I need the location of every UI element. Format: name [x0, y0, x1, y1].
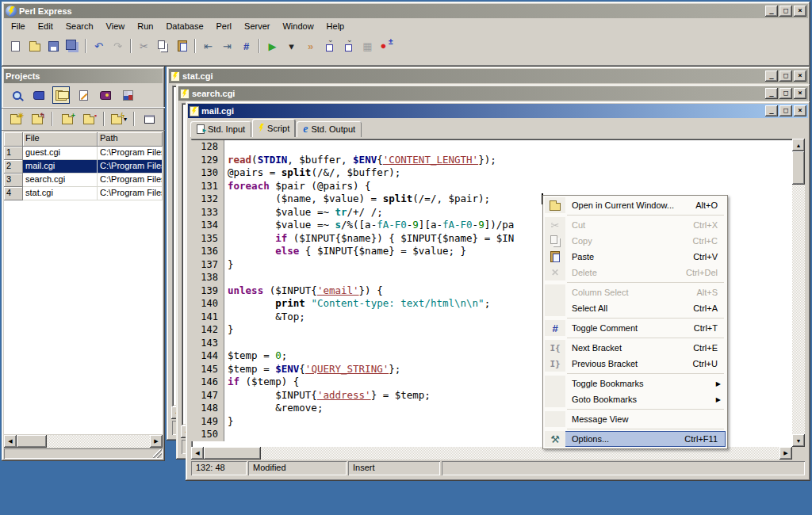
code-line[interactable]: 131foreach $pair (@pairs) {	[191, 180, 792, 193]
search-files-button[interactable]	[8, 86, 25, 104]
project-file-row[interactable]: 3search.cgiC:\Program Files	[4, 174, 163, 187]
row-number[interactable]: 4	[4, 187, 23, 200]
redo-button[interactable]: ↷	[109, 37, 127, 55]
menu-search[interactable]: Search	[59, 20, 100, 32]
menu-item-toggle-bookmarks[interactable]: Toggle Bookmarks▶	[545, 376, 726, 391]
file-path-cell[interactable]: C:\Program Files	[98, 160, 163, 174]
step-into-button[interactable]	[320, 37, 339, 55]
menu-item-previous-bracket[interactable]: I}Previous BracketCtrl+U	[545, 356, 726, 372]
scroll-right-button[interactable]: ▶	[150, 435, 163, 448]
project-file-row[interactable]: 4stat.cgiC:\Program Files	[4, 187, 163, 200]
add-file-button[interactable]: +	[58, 110, 77, 128]
menu-help[interactable]: Help	[320, 20, 351, 32]
resize-grip[interactable]	[153, 449, 162, 458]
minimize-button[interactable]: _	[765, 105, 778, 116]
file-path-cell[interactable]: C:\Program Files	[98, 147, 163, 160]
menu-item-column-select[interactable]: Column SelectAlt+S	[545, 284, 726, 300]
code-line[interactable]: 128	[191, 140, 792, 154]
save-all-button[interactable]	[63, 37, 82, 55]
project-file-row[interactable]: 1guest.cgiC:\Program Files	[4, 147, 163, 160]
menu-run[interactable]: Run	[131, 20, 159, 32]
projects-hscrollbar[interactable]: ◀ ▶	[4, 435, 163, 448]
blue-book-button[interactable]	[30, 86, 48, 104]
color-cube-button[interactable]	[119, 86, 136, 104]
projects-titlebar[interactable]: Projects	[4, 69, 163, 83]
copy-button[interactable]	[154, 37, 172, 55]
minimize-button[interactable]: _	[765, 6, 778, 17]
new-file-button[interactable]	[6, 37, 25, 55]
tab-std-input[interactable]: Std. Input	[190, 121, 251, 137]
menu-item-options[interactable]: ⚒Options...Ctrl+F11	[545, 431, 726, 447]
menu-window[interactable]: Window	[276, 20, 320, 32]
row-number[interactable]: 3	[4, 174, 23, 187]
open-project-button[interactable]: ↰	[28, 110, 47, 128]
close-button[interactable]: ×	[794, 6, 806, 17]
maximize-button[interactable]: □	[779, 88, 792, 99]
remove-file-button[interactable]: ▪	[79, 110, 98, 128]
path-column-header[interactable]: Path	[98, 132, 163, 147]
corner-header[interactable]	[4, 132, 23, 147]
file-column-header[interactable]: File	[23, 132, 98, 147]
menu-item-open-in-current-window[interactable]: Open in Current Window...Alt+O	[545, 197, 726, 213]
new-window-button[interactable]	[140, 110, 159, 128]
scroll-thumb[interactable]	[204, 447, 261, 460]
project-folders-button[interactable]	[52, 86, 70, 104]
mail-titlebar[interactable]: mail.cgi _ □ ×	[188, 104, 808, 118]
scroll-track[interactable]	[792, 185, 805, 434]
hex-view-button[interactable]: ▦	[358, 37, 377, 55]
menu-server[interactable]: Server	[238, 20, 276, 32]
script-notes-button[interactable]	[75, 86, 92, 104]
row-number[interactable]: 2	[4, 160, 23, 174]
tab-std-output[interactable]: eStd. Output	[297, 121, 362, 137]
scroll-track[interactable]	[47, 435, 150, 448]
menu-edit[interactable]: Edit	[32, 20, 59, 32]
code-line[interactable]: 130@pairs = split(/&/, $buffer);	[191, 166, 792, 180]
scroll-right-button[interactable]: ▶	[779, 447, 792, 460]
new-project-button[interactable]: ✳	[6, 110, 25, 128]
code-line[interactable]: 129read(STDIN, $buffer, $ENV{'CONTENT_LE…	[191, 154, 792, 167]
tab-script[interactable]: Script	[252, 119, 296, 137]
minimize-button[interactable]: _	[765, 71, 778, 82]
scroll-up-button[interactable]: ▲	[792, 139, 805, 151]
maximize-button[interactable]: □	[779, 6, 792, 17]
indent-button[interactable]: ⇥	[218, 37, 236, 55]
menu-item-delete[interactable]: ✕DeleteCtrl+Del	[545, 265, 726, 280]
menu-item-select-all[interactable]: Select AllCtrl+A	[545, 300, 726, 316]
toggle-comment-button[interactable]: #	[237, 37, 255, 55]
cut-button[interactable]: ✂	[135, 37, 153, 55]
editor-vscrollbar[interactable]: ▲ ▼	[792, 139, 805, 447]
run-script-button[interactable]: ▶	[263, 37, 282, 55]
save-button[interactable]	[44, 37, 63, 55]
menu-item-next-bracket[interactable]: I{Next BracketCtrl+E	[545, 340, 726, 356]
menu-database[interactable]: Database	[159, 20, 209, 32]
maximize-button[interactable]: □	[779, 105, 792, 116]
scroll-left-button[interactable]: ◀	[191, 447, 204, 460]
main-titlebar[interactable]: Perl Express _ □ ×	[4, 4, 808, 18]
close-button[interactable]: ×	[794, 105, 806, 116]
menu-item-goto-bookmarks[interactable]: Goto Bookmarks▶	[545, 391, 726, 407]
scroll-thumb[interactable]	[792, 151, 805, 185]
menu-item-cut[interactable]: ✂CutCtrl+X	[545, 217, 726, 233]
toggle-breakpoint-button[interactable]	[377, 37, 396, 55]
row-number[interactable]: 1	[4, 147, 23, 160]
scroll-down-button[interactable]: ▼	[792, 434, 805, 447]
step-over-button[interactable]	[339, 37, 358, 55]
paste-button[interactable]	[173, 37, 191, 55]
undo-button[interactable]: ↶	[90, 37, 108, 55]
file-path-cell[interactable]: C:\Program Files	[98, 174, 163, 187]
close-button[interactable]: ×	[794, 88, 806, 99]
project-file-row[interactable]: 2mail.cgiC:\Program Files	[4, 160, 163, 174]
scroll-thumb[interactable]	[17, 435, 47, 448]
close-button[interactable]: ×	[794, 71, 806, 82]
file-name-cell[interactable]: mail.cgi	[23, 160, 98, 174]
scroll-left-button[interactable]: ◀	[4, 435, 17, 448]
search-titlebar[interactable]: search.cgi _ □ ×	[178, 86, 808, 101]
menu-view[interactable]: View	[100, 20, 132, 32]
file-name-cell[interactable]: search.cgi	[23, 174, 98, 187]
minimize-button[interactable]: _	[765, 88, 778, 99]
open-file-button[interactable]	[25, 37, 44, 55]
purple-book-button[interactable]	[97, 86, 114, 104]
stat-titlebar[interactable]: stat.cgi _ □ ×	[169, 69, 808, 83]
run-with-button[interactable]: »	[301, 37, 320, 55]
menu-perl[interactable]: Perl	[210, 20, 239, 32]
